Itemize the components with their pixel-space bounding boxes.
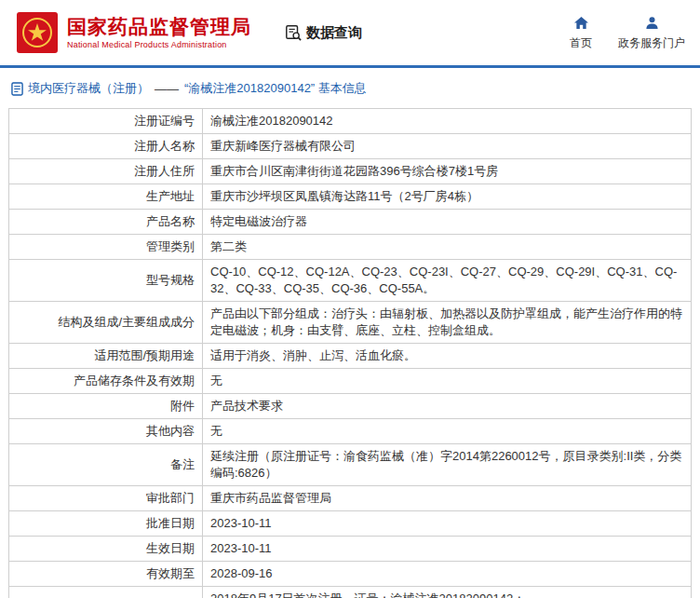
row-label: 附件 (9, 394, 203, 419)
nav-portal-label: 政务服务门户 (618, 35, 685, 51)
row-value: 重庆市沙坪坝区凤凰镇海达路11号（2号厂房4栋） (203, 184, 692, 210)
row-value: 重庆市药品监督管理局 (203, 486, 692, 511)
row-label: 注册人住所 (9, 159, 203, 184)
row-label: 其他内容 (9, 419, 203, 444)
table-row: 产品名称 特定电磁波治疗器 (9, 210, 692, 235)
national-emblem-icon (17, 12, 58, 53)
table-row: 适用范围/预期用途 适用于消炎、消肿、止泻、活血化瘀。 (9, 344, 692, 369)
row-label: 注册证编号 (9, 109, 203, 134)
nav-portal[interactable]: 政务服务门户 (618, 15, 685, 51)
table-row: 附件 产品技术要求 (9, 394, 692, 419)
table-row: 结构及组成/主要组成成分 产品由以下部分组成：治疗头：由辐射板、加热器以及防护罩… (9, 302, 692, 344)
nav-data-query[interactable]: 数据查询 (285, 24, 362, 42)
data-query-icon (285, 24, 302, 41)
table-row: 其他内容 无 (9, 419, 692, 444)
table-row: 生产地址 重庆市沙坪坝区凤凰镇海达路11号（2号厂房4栋） (9, 184, 692, 210)
row-value: 2028-09-16 (203, 562, 692, 587)
row-label: 管理类别 (9, 235, 203, 260)
row-value: 无 (203, 419, 692, 444)
site-header: 国家药品监督管理局 National Medical Products Admi… (0, 0, 700, 65)
breadcrumb-current: “渝械注准20182090142” 基本信息 (184, 80, 367, 97)
table-row: 型号规格 CQ-10、CQ-12、CQ-12A、CQ-23、CQ-23I、CQ-… (9, 260, 692, 302)
org-name-en: National Medical Products Administration (67, 39, 251, 50)
org-titles: 国家药品监督管理局 National Medical Products Admi… (67, 15, 251, 50)
row-value: 延续注册（原注册证号：渝食药监械（准）字2014第2260012号，原目录类别:… (203, 444, 692, 486)
table-row: 管理类别 第二类 (9, 235, 692, 260)
table-row: 审批部门 重庆市药品监督管理局 (9, 486, 692, 511)
row-value: CQ-10、CQ-12、CQ-12A、CQ-23、CQ-23I、CQ-27、CQ… (203, 260, 692, 302)
breadcrumb-separator: —— (155, 82, 179, 96)
nav-home[interactable]: 首页 (570, 15, 592, 51)
row-label: 生产地址 (9, 184, 203, 210)
row-label: 适用范围/预期用途 (9, 344, 203, 369)
site-logo[interactable]: 国家药品监督管理局 National Medical Products Admi… (17, 12, 251, 53)
row-label: 审批部门 (9, 486, 203, 511)
breadcrumb: 境内医疗器械（注册） —— “渝械注准20182090142” 基本信息 (0, 68, 700, 108)
document-icon (11, 82, 23, 96)
data-query-label: 数据查询 (306, 24, 362, 42)
row-value: 重庆市合川区南津街街道花园路396号综合楼7楼1号房 (203, 159, 692, 184)
user-icon (645, 15, 659, 32)
org-name-cn: 国家药品监督管理局 (67, 15, 251, 39)
row-value: 2023-10-11 (203, 511, 692, 537)
row-label: 备注 (9, 444, 203, 486)
row-value: 重庆新峰医疗器械有限公司 (203, 134, 692, 159)
table-row: 备注 延续注册（原注册证号：渝食药监械（准）字2014第2260012号，原目录… (9, 444, 692, 486)
row-label: 产品名称 (9, 210, 203, 235)
table-row: 注册证编号 渝械注准20182090142 (9, 109, 692, 134)
row-label: 结构及组成/主要组成成分 (9, 302, 203, 344)
registration-info-table: 注册证编号 渝械注准20182090142 注册人名称 重庆新峰医疗器械有限公司… (8, 108, 692, 598)
breadcrumb-section[interactable]: 境内医疗器械（注册） (28, 80, 149, 97)
row-label: 生效日期 (9, 537, 203, 562)
row-value: 特定电磁波治疗器 (203, 210, 692, 235)
table-row: 注册人住所 重庆市合川区南津街街道花园路396号综合楼7楼1号房 (9, 159, 692, 184)
table-row: 批准日期 2023-10-11 (9, 511, 692, 537)
row-value: 无 (203, 369, 692, 394)
row-value: 产品技术要求 (203, 394, 692, 419)
row-value: 第二类 (203, 235, 692, 260)
row-value: 产品由以下部分组成：治疗头：由辐射板、加热器以及防护罩组成，能产生治疗作用的特定… (203, 302, 692, 344)
row-label: 变更情况 (9, 587, 203, 598)
row-label: 批准日期 (9, 511, 203, 537)
row-value: 渝械注准20182090142 (203, 109, 692, 134)
table-row: 变更情况 2018年9月17日首次注册，证号：渝械注准20182090142； … (9, 587, 692, 598)
row-label: 有效期至 (9, 562, 203, 587)
row-value: 适用于消炎、消肿、止泻、活血化瘀。 (203, 344, 692, 369)
row-value: 2023-10-11 (203, 537, 692, 562)
header-nav: 首页 政务服务门户 (570, 15, 685, 51)
row-label: 注册人名称 (9, 134, 203, 159)
table-row: 注册人名称 重庆新峰医疗器械有限公司 (9, 134, 692, 159)
row-value: 2018年9月17日首次注册，证号：渝械注准20182090142； 2023年… (203, 587, 692, 598)
table-row: 生效日期 2023-10-11 (9, 537, 692, 562)
row-label: 型号规格 (9, 260, 203, 302)
nav-home-label: 首页 (570, 35, 592, 51)
row-label: 产品储存条件及有效期 (9, 369, 203, 394)
table-row: 有效期至 2028-09-16 (9, 562, 692, 587)
home-icon (573, 15, 589, 32)
table-row: 产品储存条件及有效期 无 (9, 369, 692, 394)
